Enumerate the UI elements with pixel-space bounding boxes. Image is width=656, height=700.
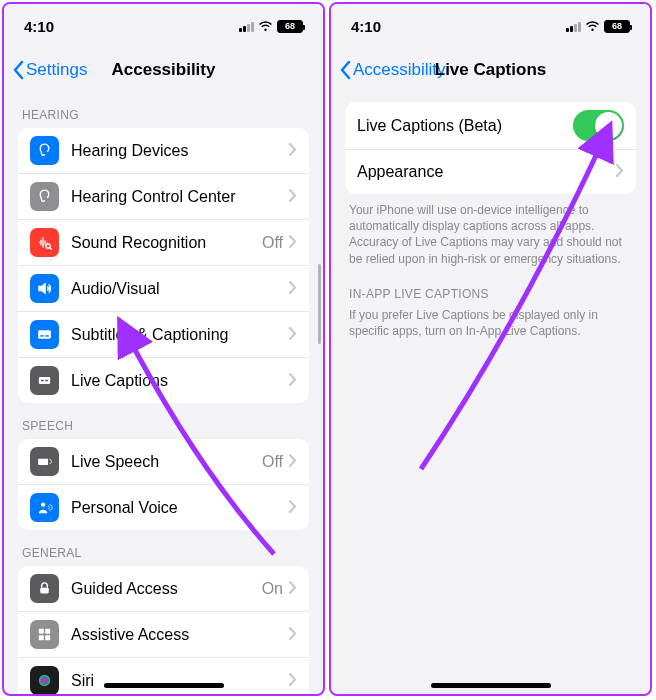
- cellular-signal-icon: [239, 21, 254, 32]
- row-label: Audio/Visual: [71, 280, 289, 298]
- row-value: On: [262, 580, 283, 598]
- chevron-right-icon: [289, 453, 297, 471]
- svg-rect-2: [40, 335, 44, 336]
- row-label: Live Captions (Beta): [357, 117, 573, 135]
- live-captions-icon: [30, 366, 59, 395]
- svg-rect-13: [45, 635, 50, 640]
- svg-point-0: [46, 244, 50, 248]
- back-label: Settings: [26, 60, 87, 80]
- row-personal-voice[interactable]: Personal Voice: [18, 485, 309, 530]
- status-time: 4:10: [24, 18, 54, 35]
- row-hearing-devices[interactable]: Hearing Devices: [18, 128, 309, 174]
- row-label: Sound Recognition: [71, 234, 262, 252]
- row-assistive-access[interactable]: Assistive Access: [18, 612, 309, 658]
- section-header-speech: SPEECH: [18, 403, 309, 439]
- accessibility-screen: 4:10 68 Settings Accessibility HEARING H…: [2, 2, 325, 696]
- row-value: Off: [262, 234, 283, 252]
- chevron-right-icon: [289, 280, 297, 298]
- chevron-right-icon: [289, 142, 297, 160]
- row-label: Hearing Devices: [71, 142, 289, 160]
- chevron-left-icon: [339, 60, 351, 80]
- live-captions-screen: 4:10 68 Accessibility Live Captions Live…: [329, 2, 652, 696]
- ear-icon: [30, 136, 59, 165]
- chevron-left-icon: [12, 60, 24, 80]
- group-general: Guided Access On Assistive Access Siri A…: [18, 566, 309, 694]
- status-indicators: 68: [239, 20, 303, 33]
- section-header-inapp: IN-APP LIVE CAPTIONS: [345, 271, 636, 307]
- back-button[interactable]: Accessibility: [339, 60, 446, 80]
- chevron-right-icon: [289, 499, 297, 517]
- svg-rect-10: [39, 629, 44, 634]
- speaker-icon: [30, 274, 59, 303]
- home-indicator[interactable]: [431, 683, 551, 688]
- status-bar: 4:10 68: [4, 4, 323, 48]
- battery-icon: 68: [277, 20, 303, 33]
- svg-rect-1: [38, 330, 51, 339]
- svg-point-8: [41, 503, 45, 507]
- scrollbar[interactable]: [318, 264, 321, 344]
- section-header-general: GENERAL: [18, 530, 309, 566]
- chevron-right-icon: [289, 580, 297, 598]
- wifi-icon: [585, 20, 600, 32]
- battery-icon: 68: [604, 20, 630, 33]
- svg-rect-4: [39, 377, 50, 384]
- group-speech: Live Speech Off Personal Voice: [18, 439, 309, 530]
- captions-icon: [30, 320, 59, 349]
- footer-text-2: If you prefer Live Captions be displayed…: [345, 307, 636, 343]
- row-appearance[interactable]: Appearance: [345, 150, 636, 194]
- row-label: Assistive Access: [71, 626, 289, 644]
- group-hearing: Hearing Devices Hearing Control Center S…: [18, 128, 309, 403]
- svg-rect-5: [41, 380, 44, 381]
- row-label: Personal Voice: [71, 499, 289, 517]
- back-label: Accessibility: [353, 60, 446, 80]
- row-label: Subtitles & Captioning: [71, 326, 289, 344]
- wifi-icon: [258, 20, 273, 32]
- row-sound-recognition[interactable]: Sound Recognition Off: [18, 220, 309, 266]
- chevron-right-icon: [289, 672, 297, 690]
- group-main: Live Captions (Beta) Appearance: [345, 102, 636, 194]
- grid-icon: [30, 620, 59, 649]
- settings-list[interactable]: HEARING Hearing Devices Hearing Control …: [4, 92, 323, 694]
- siri-icon: [30, 666, 59, 694]
- row-siri[interactable]: Siri: [18, 658, 309, 694]
- person-voice-icon: [30, 493, 59, 522]
- lock-icon: [30, 574, 59, 603]
- chevron-right-icon: [289, 188, 297, 206]
- status-bar: 4:10 68: [331, 4, 650, 48]
- row-subtitles-captioning[interactable]: Subtitles & Captioning: [18, 312, 309, 358]
- row-hearing-control-center[interactable]: Hearing Control Center: [18, 174, 309, 220]
- nav-bar: Accessibility Live Captions: [331, 48, 650, 92]
- chevron-right-icon: [289, 372, 297, 390]
- settings-list[interactable]: Live Captions (Beta) Appearance Your iPh…: [331, 92, 650, 694]
- svg-rect-11: [45, 629, 50, 634]
- ear-icon: [30, 182, 59, 211]
- row-label: Live Speech: [71, 453, 262, 471]
- section-header-hearing: HEARING: [18, 92, 309, 128]
- svg-rect-7: [38, 459, 48, 465]
- svg-rect-3: [45, 335, 49, 336]
- row-value: Off: [262, 453, 283, 471]
- svg-point-14: [39, 675, 50, 686]
- svg-rect-12: [39, 635, 44, 640]
- svg-rect-6: [45, 380, 48, 381]
- footer-text-1: Your iPhone will use on-device intellige…: [345, 194, 636, 271]
- row-guided-access[interactable]: Guided Access On: [18, 566, 309, 612]
- row-label: Hearing Control Center: [71, 188, 289, 206]
- row-live-captions-beta[interactable]: Live Captions (Beta): [345, 102, 636, 150]
- live-captions-toggle[interactable]: [573, 110, 624, 141]
- row-live-speech[interactable]: Live Speech Off: [18, 439, 309, 485]
- home-indicator[interactable]: [104, 683, 224, 688]
- chevron-right-icon: [289, 234, 297, 252]
- row-live-captions[interactable]: Live Captions: [18, 358, 309, 403]
- status-time: 4:10: [351, 18, 381, 35]
- row-label: Live Captions: [71, 372, 289, 390]
- row-label: Appearance: [357, 163, 616, 181]
- chevron-right-icon: [289, 326, 297, 344]
- nav-bar: Settings Accessibility: [4, 48, 323, 92]
- back-button[interactable]: Settings: [12, 60, 87, 80]
- chevron-right-icon: [289, 626, 297, 644]
- keyboard-speech-icon: [30, 447, 59, 476]
- row-audio-visual[interactable]: Audio/Visual: [18, 266, 309, 312]
- svg-rect-9: [40, 588, 49, 594]
- cellular-signal-icon: [566, 21, 581, 32]
